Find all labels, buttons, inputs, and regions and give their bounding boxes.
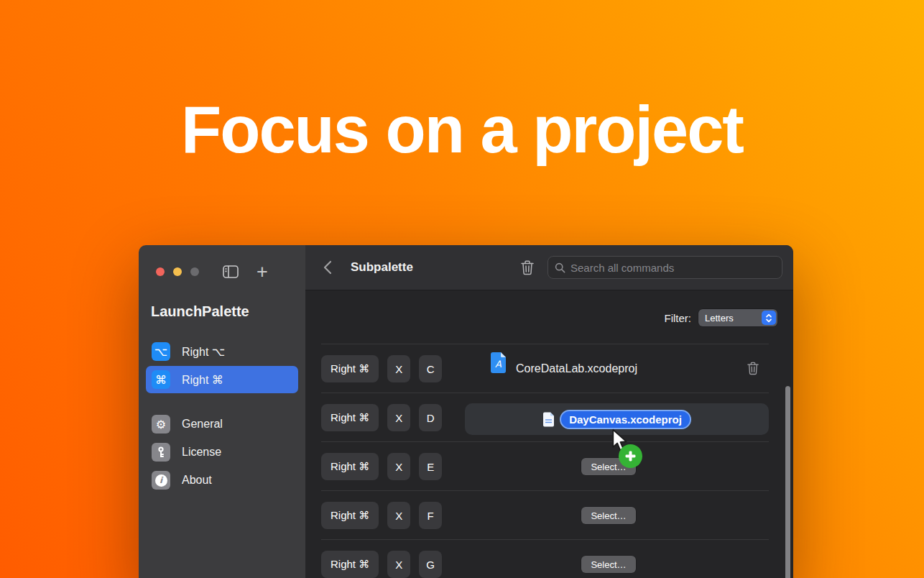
modifier-key-chip: Right ⌘	[321, 355, 379, 382]
document-icon	[542, 412, 555, 427]
shortcut-row-g: Right ⌘ X G Select…	[321, 539, 769, 578]
sidebar-item-label: Right ⌥	[182, 345, 225, 359]
commands-panel: Filter: Letters Right ⌘ X	[305, 290, 793, 578]
sidebar-item-label: License	[182, 446, 221, 459]
add-palette-icon[interactable]: +	[257, 265, 268, 279]
modifier-key-chip: Right ⌘	[321, 551, 379, 578]
key-chip: E	[419, 453, 442, 480]
dragged-file-pill: DayCanvas.xcodeproj	[560, 410, 691, 429]
sidebar-item-right-option[interactable]: ⌥ Right ⌥	[146, 338, 298, 365]
key-chip: X	[387, 453, 410, 480]
vertical-scrollbar[interactable]	[785, 386, 790, 578]
window-titlebar: +	[139, 245, 305, 279]
gear-icon: ⚙	[152, 415, 170, 434]
info-icon: i	[152, 471, 170, 490]
sidebar-nav: ⌥ Right ⌥ ⌘ Right ⌘ ⚙ General	[139, 338, 305, 494]
sidebar-item-general[interactable]: ⚙ General	[146, 410, 298, 438]
shortcut-row-e: Right ⌘ X E Select…	[321, 441, 769, 490]
key-chip: X	[387, 502, 410, 529]
assigned-file-name: CoreDataLab.xcodeproj	[516, 344, 637, 393]
key-chip: G	[419, 551, 442, 578]
sidebar-item-label: Right ⌘	[182, 373, 223, 387]
shortcut-row-d: Right ⌘ X D DayCanvas.xcodeproj	[321, 393, 769, 441]
page-title: Focus on a project	[0, 92, 924, 168]
search-field[interactable]	[548, 256, 782, 279]
option-key-icon: ⌥	[152, 342, 170, 361]
modifier-key-chip: Right ⌘	[321, 404, 379, 431]
shortcut-row-f: Right ⌘ X F Select…	[321, 490, 769, 539]
select-file-button[interactable]: Select…	[581, 556, 636, 573]
key-chip: D	[419, 404, 442, 431]
key-chip: X	[387, 404, 410, 431]
svg-text:A: A	[495, 359, 502, 370]
filter-popup-button[interactable]: Letters	[698, 309, 777, 326]
shortcut-row-c: Right ⌘ X C A CoreDataLab.xcodeproj	[321, 344, 769, 393]
launchpalette-window: + LaunchPalette ⌥ Right ⌥ ⌘ Right ⌘ ⚙ Ge…	[139, 245, 793, 578]
minimize-window-button[interactable]	[173, 267, 182, 276]
search-input[interactable]	[570, 262, 775, 274]
key-chip: C	[419, 355, 442, 382]
app-title: LaunchPalette	[151, 303, 305, 320]
toolbar-title: Subpalette	[351, 260, 413, 275]
sidebar-item-label: About	[182, 474, 212, 487]
key-chip: F	[419, 502, 442, 529]
modifier-key-chip: Right ⌘	[321, 502, 379, 529]
zoom-window-button[interactable]	[190, 267, 199, 276]
back-chevron-icon[interactable]	[323, 260, 332, 275]
shortcut-list: Right ⌘ X C A CoreDataLab.xcodeproj	[321, 344, 769, 578]
command-key-icon: ⌘	[152, 370, 170, 389]
delete-palette-trash-icon[interactable]	[521, 260, 534, 275]
key-chip: X	[387, 355, 410, 382]
modifier-key-chip: Right ⌘	[321, 453, 379, 480]
toolbar: Subpalette	[305, 245, 793, 290]
drag-copy-plus-icon	[619, 444, 642, 468]
main-panel: Subpalette Filter	[305, 245, 793, 578]
chevron-up-down-icon	[762, 311, 776, 325]
xcodeproj-file-icon: A	[490, 352, 507, 376]
sidebar-item-label: General	[182, 418, 223, 431]
sidebar-section-gap	[139, 394, 305, 410]
sidebar-item-about[interactable]: i About	[146, 467, 298, 494]
sidebar-item-license[interactable]: License	[146, 439, 298, 466]
select-file-button[interactable]: Select…	[581, 507, 636, 524]
remove-file-trash-icon[interactable]	[747, 362, 759, 375]
filter-popup-value: Letters	[705, 313, 734, 324]
sidebar: + LaunchPalette ⌥ Right ⌥ ⌘ Right ⌘ ⚙ Ge…	[139, 245, 305, 578]
sidebar-item-right-command[interactable]: ⌘ Right ⌘	[146, 366, 298, 393]
filter-label: Filter:	[665, 312, 692, 324]
search-icon	[555, 262, 565, 273]
close-window-button[interactable]	[156, 267, 165, 276]
key-chip: X	[387, 551, 410, 578]
toggle-sidebar-icon[interactable]	[223, 265, 239, 278]
key-icon	[152, 443, 170, 462]
